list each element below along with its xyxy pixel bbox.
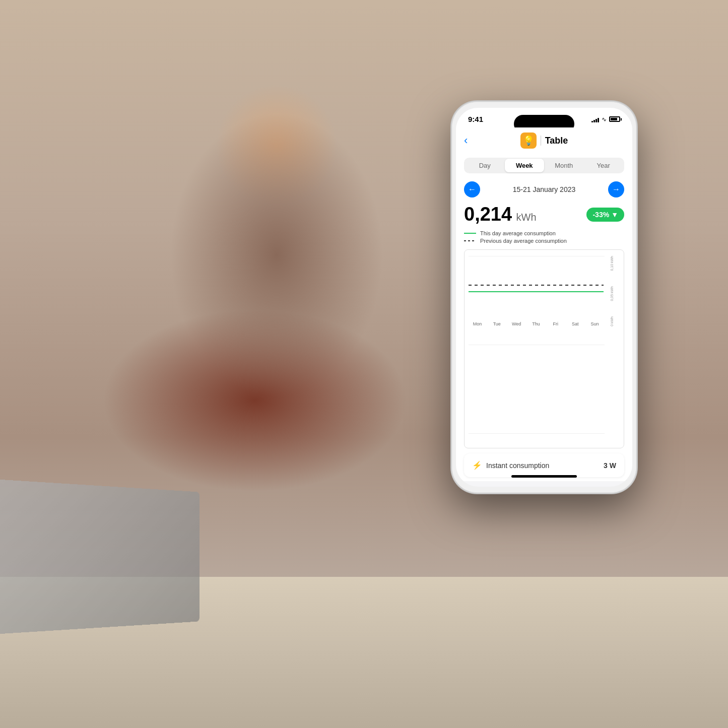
bar-thu: Thu [527, 320, 545, 326]
status-icons: ∿ [591, 116, 620, 123]
wifi-icon: ∿ [602, 116, 607, 123]
instant-left: ⚡ Instant consumption [472, 460, 549, 470]
tab-bar: Day Week Month Year [464, 158, 624, 173]
battery-icon [609, 116, 620, 122]
bar-sun-label: Sun [591, 321, 599, 326]
bar-mon-label: Mon [473, 321, 482, 326]
app-header: ‹ 💡 Table [456, 127, 632, 154]
tab-week[interactable]: Week [505, 159, 545, 172]
phone-mockup: 9:41 ∿ ‹ [451, 101, 637, 494]
date-range: 15-21 January 2023 [513, 185, 576, 193]
legend-solid-line [464, 233, 476, 234]
back-button[interactable]: ‹ [464, 134, 468, 147]
percent-arrow-icon: ▼ [611, 211, 618, 219]
page-title: Table [545, 136, 568, 146]
legend-item-previous: Previous day average consumption [464, 238, 624, 244]
bar-sat-label: Sat [572, 321, 579, 326]
bar-wed-label: Wed [512, 321, 521, 326]
legend-current-label: This day average consumption [480, 230, 556, 236]
chart-legend: This day average consumption Previous da… [456, 229, 632, 249]
signal-icon [591, 116, 599, 122]
tab-year[interactable]: Year [584, 159, 624, 172]
y-label-top: 0,10 kWh [610, 256, 614, 271]
bar-tue-label: Tue [493, 321, 501, 326]
legend-previous-label: Previous day average consumption [480, 238, 567, 244]
tab-day[interactable]: Day [465, 159, 505, 172]
phone-screen: 9:41 ∿ ‹ [456, 108, 632, 487]
status-time: 9:41 [468, 115, 483, 123]
laptop [0, 479, 200, 634]
header-divider [541, 136, 541, 146]
consumption-unit: kWh [516, 212, 537, 223]
tab-month[interactable]: Month [544, 159, 584, 172]
date-navigator: ← 15-21 January 2023 → [456, 177, 632, 202]
app-icon: 💡 [520, 133, 537, 149]
next-arrow-icon: → [612, 185, 620, 194]
prev-period-button[interactable]: ← [464, 181, 480, 197]
grid-line-mid [469, 345, 605, 345]
prev-arrow-icon: ← [468, 185, 476, 194]
percent-badge: -33% ▼ [586, 208, 624, 222]
next-period-button[interactable]: → [608, 181, 624, 197]
y-label-mid: 0,05 kWh [610, 286, 614, 301]
legend-dashed-line [464, 240, 476, 241]
bar-thu-label: Thu [532, 321, 540, 326]
header-center: 💡 Table [520, 133, 568, 149]
bar-wed: Wed [508, 320, 525, 326]
instant-consumption-label: Instant consumption [486, 461, 549, 470]
consumption-section: 0,214 kWh -33% ▼ [456, 202, 632, 229]
phone-frame: 9:41 ∿ ‹ [451, 101, 637, 494]
average-consumption-line [469, 291, 604, 292]
bar-sun: Sun [586, 320, 604, 326]
bar-chart: Mon Tue Wed [464, 249, 624, 448]
bar-fri: Fri [547, 320, 564, 326]
bar-sat: Sat [566, 320, 584, 326]
instant-consumption-value: 3 W [604, 461, 616, 470]
home-indicator [511, 475, 577, 478]
instant-consumption-panel: ⚡ Instant consumption 3 W [464, 453, 624, 477]
consumption-value: 0,214 [464, 204, 512, 225]
y-label-bottom: 0 kWh [610, 316, 614, 326]
bar-fri-label: Fri [553, 321, 559, 326]
app-content: ‹ 💡 Table Day Week Month Year [456, 127, 632, 481]
percent-change: -33% [592, 211, 609, 219]
previous-average-line [469, 285, 604, 286]
legend-item-current: This day average consumption [464, 230, 624, 236]
bar-tue: Tue [488, 320, 506, 326]
grid-line-bottom [469, 433, 605, 434]
bolt-icon: ⚡ [472, 460, 482, 470]
consumption-display: 0,214 kWh [464, 204, 537, 225]
bar-mon: Mon [469, 320, 486, 326]
